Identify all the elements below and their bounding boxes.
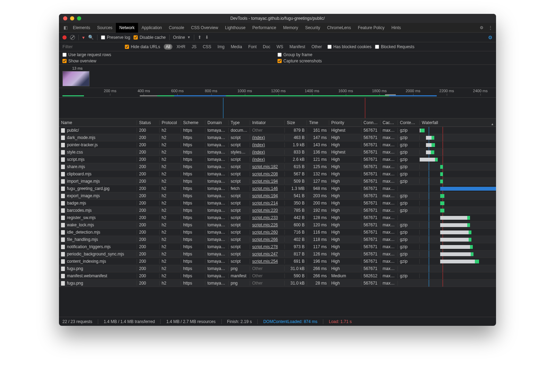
table-row[interactable]: wake_lock.mjs200h2httpstomayac…scriptscr… [59, 221, 496, 229]
column-name[interactable]: Name [59, 120, 137, 125]
tab-css-overview[interactable]: CSS Overview [188, 23, 222, 33]
filter-type-media[interactable]: Media [229, 44, 244, 50]
initiator-cell[interactable]: script.mjs:266 [250, 237, 285, 242]
initiator-cell[interactable]: script.mjs:278 [250, 244, 285, 249]
filter-type-img[interactable]: Img [215, 44, 227, 50]
initiator-cell[interactable]: script.mjs:247 [250, 252, 285, 256]
column-protocol[interactable]: Protocol [160, 120, 181, 125]
tab-security[interactable]: Security [302, 23, 324, 33]
table-row[interactable]: manifest.webmanifest200h2httpstomayac…ma… [59, 272, 496, 280]
initiator-cell[interactable]: script.mjs:254 [250, 259, 285, 264]
tab-application[interactable]: Application [138, 23, 165, 33]
group-by-frame-checkbox[interactable]: Group by frame [278, 52, 493, 57]
filter-input[interactable] [62, 44, 121, 49]
tab-lighthouse[interactable]: Lighthouse [222, 23, 249, 33]
filter-type-ws[interactable]: WS [274, 44, 285, 50]
column-initiator[interactable]: Initiator [250, 120, 285, 125]
column-time[interactable]: Time [307, 120, 329, 125]
table-row[interactable]: periodic_background_sync.mjs200h2httpsto… [59, 251, 496, 258]
filter-type-manifest[interactable]: Manifest [288, 44, 307, 50]
zoom-window-button[interactable] [77, 16, 81, 20]
column-content-[interactable]: Content-… [398, 120, 420, 125]
more-menu-icon[interactable]: ⋮ [488, 25, 493, 30]
filter-type-other[interactable]: Other [309, 44, 324, 50]
use-large-rows-checkbox[interactable]: Use large request rows [62, 52, 278, 57]
filter-type-xhr[interactable]: XHR [174, 44, 187, 50]
blocked-requests-checkbox[interactable]: Blocked Requests [375, 44, 415, 49]
initiator-cell[interactable]: (index) [250, 135, 285, 140]
column-size[interactable]: Size [285, 120, 307, 125]
table-row[interactable]: pointer-tracker.js200h2httpstomayac…scri… [59, 141, 496, 149]
table-row[interactable]: import_image.mjs200h2httpstomayac…script… [59, 178, 496, 185]
tab-sources[interactable]: Sources [94, 23, 116, 33]
column-status[interactable]: Status [137, 120, 160, 125]
table-row[interactable]: fugu_greeting_card.jpg200h2httpstomayac…… [59, 185, 496, 192]
download-har-icon[interactable]: ⬇ [205, 35, 209, 40]
settings-gear-icon[interactable]: ⚙ [480, 25, 484, 30]
inspect-element-icon[interactable]: ◧ [62, 25, 69, 30]
column-cach-[interactable]: Cach… [381, 120, 398, 125]
table-row[interactable]: clipboard.mjs200h2httpstomayac…scriptscr… [59, 171, 496, 178]
throttling-select[interactable]: Online ▼ [173, 35, 191, 40]
filter-type-css[interactable]: CSS [200, 44, 213, 50]
filter-type-font[interactable]: Font [246, 44, 259, 50]
initiator-cell[interactable]: script.mjs:146 [250, 186, 285, 191]
clear-icon[interactable] [70, 35, 75, 40]
initiator-cell[interactable]: script.mjs:220 [250, 208, 285, 213]
initiator-cell[interactable]: script.mjs:208 [250, 172, 285, 176]
initiator-cell[interactable]: script.mjs:214 [250, 201, 285, 206]
record-button[interactable] [62, 35, 67, 40]
initiator-cell[interactable]: (index) [250, 157, 285, 162]
tab-hints[interactable]: Hints [388, 23, 404, 33]
table-row[interactable]: fugu.png200h2httpstomayac…pngOther31.0 k… [59, 265, 496, 272]
filter-type-all[interactable]: All [164, 44, 172, 50]
initiator-cell[interactable]: (index) [250, 150, 285, 155]
table-row[interactable]: public/200h2httpstomayac…documentOther87… [59, 127, 496, 134]
screenshot-thumbnail[interactable] [62, 71, 89, 86]
filter-funnel-icon[interactable]: ▾ [82, 35, 85, 40]
table-row[interactable]: script.mjs200h2httpstomayac…script(index… [59, 156, 496, 163]
filter-type-doc[interactable]: Doc [261, 44, 272, 50]
column-priority[interactable]: Priority [329, 120, 361, 125]
tab-chromelens[interactable]: ChromeLens [324, 23, 355, 33]
network-settings-gear-icon[interactable]: ⚙ [488, 35, 493, 40]
table-row[interactable]: share.mjs200h2httpstomayac…scriptscript.… [59, 163, 496, 171]
table-row[interactable]: barcodes.mjs200h2httpstomayac…scriptscri… [59, 207, 496, 214]
preserve-log-checkbox[interactable]: Preserve log [101, 35, 130, 40]
search-icon[interactable]: 🔍 [88, 35, 94, 40]
column-waterfall[interactable]: Waterfall▲ [420, 120, 496, 125]
tab-performance[interactable]: Performance [249, 23, 280, 33]
initiator-cell[interactable]: script.mjs:260 [250, 230, 285, 235]
minimize-window-button[interactable] [70, 16, 74, 20]
hide-data-urls-checkbox[interactable]: Hide data URLs [125, 44, 160, 49]
upload-har-icon[interactable]: ⬆ [198, 35, 202, 40]
table-row[interactable]: content_indexing.mjs200h2httpstomayac…sc… [59, 258, 496, 265]
timeline-ruler[interactable]: 200 ms400 ms600 ms800 ms1000 ms1200 ms14… [59, 88, 496, 98]
close-window-button[interactable] [63, 16, 67, 20]
initiator-cell[interactable]: script.mjs:194 [250, 193, 285, 198]
tab-memory[interactable]: Memory [280, 23, 301, 33]
tab-feature-policy[interactable]: Feature Policy [355, 23, 388, 33]
show-overview-checkbox[interactable]: Show overview [62, 59, 278, 63]
has-blocked-cookies-checkbox[interactable]: Has blocked cookies [327, 44, 372, 49]
initiator-cell[interactable]: script.mjs:182 [250, 164, 285, 169]
table-row[interactable]: idle_detection.mjs200h2httpstomayac…scri… [59, 229, 496, 236]
disable-cache-checkbox[interactable]: Disable cache [134, 35, 165, 40]
initiator-cell[interactable]: script.mjs:226 [250, 223, 285, 227]
table-row[interactable]: export_image.mjs200h2httpstomayac…script… [59, 192, 496, 200]
initiator-cell[interactable]: (index) [250, 142, 285, 147]
table-row[interactable]: badge.mjs200h2httpstomayac…scriptscript.… [59, 200, 496, 207]
initiator-cell[interactable]: script.mjs:233 [250, 215, 285, 220]
capture-screenshots-checkbox[interactable]: Capture screenshots [278, 59, 493, 63]
timeline-overview[interactable] [59, 98, 496, 119]
table-row[interactable]: register_sw.mjs200h2httpstomayac…scripts… [59, 214, 496, 221]
table-row[interactable]: file_handling.mjs200h2httpstomayac…scrip… [59, 236, 496, 243]
table-row[interactable]: fugu.png200h2httpstomayac…pngOther31.0 k… [59, 280, 496, 287]
tab-network[interactable]: Network [116, 23, 138, 33]
tab-elements[interactable]: Elements [69, 23, 94, 33]
column-type[interactable]: Type [229, 120, 250, 125]
filter-type-js[interactable]: JS [189, 44, 198, 50]
initiator-cell[interactable]: script.mjs:194 [250, 179, 285, 184]
column-conne-[interactable]: Conne… [361, 120, 381, 125]
tab-console[interactable]: Console [165, 23, 188, 33]
